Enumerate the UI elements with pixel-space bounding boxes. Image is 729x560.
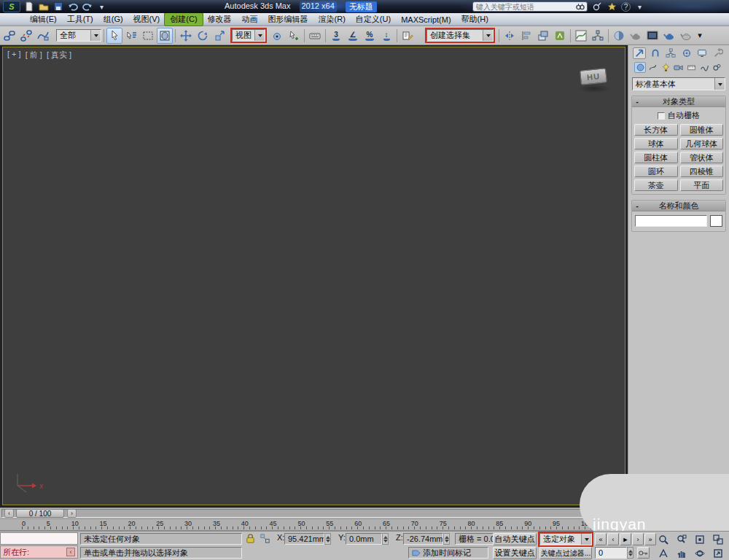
mirror-icon[interactable] [502, 28, 518, 44]
lights-button[interactable] [660, 62, 671, 73]
previous-frame-button[interactable]: ‹ [607, 533, 619, 545]
x-coordinate-field[interactable]: 95.421mm [284, 533, 324, 545]
named-selection-sets-arrow-icon[interactable] [483, 30, 493, 41]
quick-access-caret-icon[interactable]: ▾ [95, 1, 108, 12]
geosphere-button[interactable]: 几何球体 [680, 138, 724, 149]
snaps-toggle-3d-icon[interactable]: 3 [328, 28, 344, 44]
frame-spinner[interactable] [627, 547, 634, 559]
object-category-dropdown[interactable]: 标准基本体 [632, 77, 725, 90]
cone-button[interactable]: 圆锥体 [680, 124, 724, 136]
communication-center-icon[interactable] [590, 1, 603, 12]
selection-filter-dropdown[interactable]: 全部 [56, 29, 101, 42]
menu-views[interactable]: 视图(V) [128, 13, 165, 26]
zoom-icon[interactable] [655, 533, 671, 545]
goto-start-button[interactable]: « [595, 533, 607, 545]
z-coordinate-field[interactable]: -26.74mm [403, 533, 443, 545]
reference-coordinate-arrow-icon[interactable] [254, 30, 265, 41]
align-icon[interactable] [518, 28, 534, 44]
play-animation-button[interactable]: ► [620, 533, 631, 545]
menu-rendering[interactable]: 渲染(R) [313, 13, 351, 26]
motion-tab-icon[interactable] [680, 47, 693, 59]
maxscript-listener-output[interactable] [0, 532, 78, 545]
viewport-pov-menu[interactable]: [ 前 ] [26, 50, 42, 61]
selected-filter-dropdown[interactable]: 选定对象 [539, 533, 592, 545]
display-tab-icon[interactable] [695, 47, 709, 59]
save-file-icon[interactable] [52, 1, 64, 12]
open-file-icon[interactable] [37, 1, 50, 12]
field-of-view-icon[interactable] [655, 547, 671, 559]
menu-help[interactable]: 帮助(H) [456, 13, 494, 26]
pyramid-button[interactable]: 四棱锥 [680, 166, 724, 177]
favorites-star-icon[interactable] [606, 1, 618, 12]
pan-icon[interactable] [673, 547, 690, 559]
x-spinner[interactable] [324, 533, 331, 545]
maximize-viewport-icon[interactable] [709, 547, 726, 559]
render-iterative-icon[interactable] [678, 28, 694, 44]
rectangular-selection-region-icon[interactable] [140, 28, 156, 44]
shapes-button[interactable] [647, 62, 659, 73]
autogrid-checkbox[interactable] [658, 112, 665, 120]
menu-graph-editors[interactable]: 图形编辑器 [263, 13, 313, 26]
menu-create[interactable]: 创建(C) [165, 13, 202, 26]
geometry-button[interactable] [634, 62, 646, 73]
select-and-link-icon[interactable] [1, 28, 17, 44]
toolbar-overflow-arrow-icon[interactable]: ▾ [695, 28, 705, 44]
tube-button[interactable]: 管状体 [680, 152, 724, 163]
select-and-rotate-icon[interactable] [195, 28, 211, 44]
modify-tab-icon[interactable] [649, 47, 662, 59]
key-mode-toggle-icon[interactable] [637, 547, 650, 559]
create-tab-icon[interactable] [633, 47, 646, 59]
redo-icon[interactable] [81, 1, 93, 12]
track-bar[interactable]: 0 5 10 15 20 25 30 35 40 45 50 55 60 65 … [0, 518, 628, 531]
absolute-offset-toggle-icon[interactable] [260, 533, 270, 544]
menu-animation[interactable]: 动画 [237, 13, 263, 26]
selection-lock-icon[interactable] [245, 533, 256, 544]
select-and-manipulate-icon[interactable] [286, 28, 302, 44]
plane-button[interactable]: 平面 [680, 179, 724, 191]
time-slider-track[interactable] [1, 509, 625, 518]
infocenter-search-field[interactable] [472, 1, 588, 12]
keyboard-shortcut-override-icon[interactable] [307, 28, 323, 44]
select-object-button[interactable] [106, 28, 122, 44]
curve-editor-icon[interactable] [573, 28, 589, 44]
help-icon[interactable]: ? [621, 2, 631, 12]
add-time-tag-field[interactable]: 添加时间标记 [408, 547, 488, 559]
menu-modifiers[interactable]: 修改器 [203, 13, 237, 26]
zoom-extents-all-icon[interactable] [709, 533, 726, 545]
box-button[interactable]: 长方体 [634, 124, 678, 136]
maxscript-listener-input[interactable]: 所在行: ‹ [0, 545, 78, 559]
zoom-all-icon[interactable] [673, 533, 690, 545]
object-color-swatch[interactable] [710, 215, 722, 227]
render-production-icon[interactable] [661, 28, 677, 44]
unlink-selection-icon[interactable] [18, 28, 34, 44]
teapot-button[interactable]: 茶壶 [634, 179, 678, 191]
utilities-tab-icon[interactable] [712, 47, 725, 59]
orbit-icon[interactable] [691, 547, 708, 559]
z-spinner[interactable] [443, 533, 450, 545]
undo-icon[interactable] [66, 1, 79, 12]
selection-filter-arrow-icon[interactable] [90, 30, 101, 41]
render-setup-icon[interactable] [628, 28, 644, 44]
helpers-button[interactable] [686, 62, 698, 73]
zoom-extents-icon[interactable] [691, 533, 708, 545]
object-category-arrow-icon[interactable] [714, 78, 725, 90]
search-binoculars-icon[interactable] [574, 3, 587, 10]
sphere-button[interactable]: 球体 [634, 138, 678, 149]
object-name-input[interactable] [635, 215, 707, 227]
cameras-button[interactable] [673, 62, 685, 73]
object-type-rollout-header[interactable]: - 对象类型 [632, 96, 725, 107]
select-and-move-icon[interactable] [178, 28, 194, 44]
menu-maxscript[interactable]: MAXScript(M) [396, 15, 456, 25]
material-editor-icon[interactable] [611, 28, 627, 44]
help-caret-icon[interactable]: ▾ [634, 1, 646, 12]
y-spinner[interactable] [382, 533, 389, 545]
next-frame-step-icon[interactable]: › [67, 509, 77, 518]
menu-group[interactable]: 组(G) [98, 13, 128, 26]
named-selection-sets-dropdown[interactable]: 创建选择集 [426, 29, 494, 42]
listener-scroll-icon[interactable]: ‹ [66, 548, 75, 556]
viewport-general-menu[interactable]: [ + ] [7, 50, 21, 61]
window-crossing-icon[interactable] [157, 28, 173, 44]
y-coordinate-field[interactable]: 0.0mm [346, 533, 382, 545]
auto-key-button[interactable]: 自动关键点 [493, 533, 537, 545]
angle-snap-icon[interactable]: ∠ [345, 28, 361, 44]
